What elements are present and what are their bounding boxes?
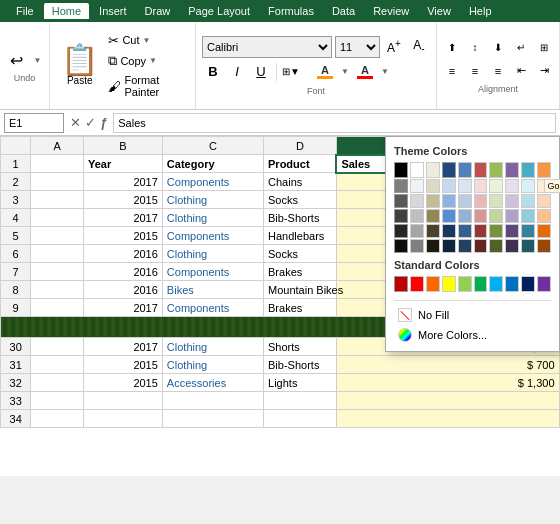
copy-button[interactable]: ⧉ Copy ▼ <box>105 52 191 70</box>
font-size-select[interactable]: 11 <box>335 36 380 58</box>
std-color-4[interactable] <box>442 276 456 292</box>
theme-color-5[interactable] <box>458 162 472 178</box>
shade-1-2[interactable] <box>410 179 424 193</box>
font-color-button[interactable]: A <box>351 61 379 83</box>
formula-input[interactable] <box>113 113 556 133</box>
indent-increase-button[interactable]: ⇥ <box>533 61 555 81</box>
cell-a1[interactable] <box>31 155 84 173</box>
clipboard-section: 📋 Paste ✂ Cut ▼ ⧉ Copy ▼ 🖌 Format Painte… <box>50 22 196 109</box>
row-num[interactable]: 1 <box>1 155 31 173</box>
std-color-3[interactable] <box>426 276 440 292</box>
ribbon-formulas[interactable]: Formulas <box>260 3 322 19</box>
align-bottom-button[interactable]: ⬇ <box>487 38 509 58</box>
theme-color-7[interactable] <box>489 162 503 178</box>
shade-1-7[interactable] <box>489 179 503 193</box>
col-header-d[interactable]: D <box>264 137 337 155</box>
row-num[interactable]: 31 <box>1 356 31 374</box>
col-header-a[interactable]: A <box>31 137 84 155</box>
wrap-text-button[interactable]: ↵ <box>510 38 532 58</box>
align-center-button[interactable]: ≡ <box>464 61 486 81</box>
row-num[interactable]: 5 <box>1 227 31 245</box>
cell-c1[interactable]: Category <box>162 155 263 173</box>
std-color-6[interactable] <box>474 276 488 292</box>
std-color-7[interactable] <box>489 276 503 292</box>
shade-1-5[interactable] <box>458 179 472 193</box>
std-color-10[interactable] <box>537 276 551 292</box>
ribbon-data[interactable]: Data <box>324 3 363 19</box>
col-header-c[interactable]: C <box>162 137 263 155</box>
underline-button[interactable]: U <box>250 61 272 83</box>
std-color-5[interactable] <box>458 276 472 292</box>
ribbon-help[interactable]: Help <box>461 3 500 19</box>
undo-dropdown[interactable]: ▼ <box>31 49 45 73</box>
theme-color-4[interactable] <box>442 162 456 178</box>
std-color-2[interactable] <box>410 276 424 292</box>
shade-1-4[interactable] <box>442 179 456 193</box>
shade-1-6[interactable] <box>474 179 488 193</box>
more-colors-option[interactable]: More Colors... <box>394 325 551 345</box>
ribbon-insert[interactable]: Insert <box>91 3 135 19</box>
paste-button[interactable]: 📋 Paste <box>54 26 105 105</box>
row-num[interactable]: 3 <box>1 191 31 209</box>
cell-d1[interactable]: Product <box>264 155 337 173</box>
ribbon-home[interactable]: Home <box>44 3 89 19</box>
theme-color-8[interactable] <box>505 162 519 178</box>
align-left-button[interactable]: ≡ <box>441 61 463 81</box>
row-num[interactable]: 30 <box>1 338 31 356</box>
align-right-button[interactable]: ≡ <box>487 61 509 81</box>
confirm-formula-icon[interactable]: ✓ <box>85 115 96 130</box>
cut-button[interactable]: ✂ Cut ▼ <box>105 32 191 49</box>
font-name-select[interactable]: Calibri <box>202 36 332 58</box>
row-num[interactable]: 33 <box>1 392 31 410</box>
ribbon-pagelayout[interactable]: Page Layout <box>180 3 258 19</box>
theme-color-10[interactable]: Gold, Acc <box>537 162 551 178</box>
row-num[interactable]: 4 <box>1 209 31 227</box>
cell-reference-input[interactable] <box>4 113 64 133</box>
std-color-9[interactable] <box>521 276 535 292</box>
theme-colors-title: Theme Colors <box>394 145 551 157</box>
fill-color-button[interactable]: A <box>311 61 339 83</box>
std-color-8[interactable] <box>505 276 519 292</box>
ribbon-review[interactable]: Review <box>365 3 417 19</box>
format-painter-button[interactable]: 🖌 Format Painter <box>105 73 191 99</box>
shade-1-3[interactable] <box>426 179 440 193</box>
row-num[interactable]: 32 <box>1 374 31 392</box>
theme-color-9[interactable] <box>521 162 535 178</box>
no-fill-option[interactable]: No Fill <box>394 305 551 325</box>
row-num[interactable]: 6 <box>1 245 31 263</box>
alignment-section: ⬆ ↕ ⬇ ↵ ⊞ ≡ ≡ ≡ ⇤ ⇥ Alignment <box>437 22 560 109</box>
ribbon-file[interactable]: File <box>8 3 42 19</box>
undo-button[interactable]: ↩ <box>5 49 29 73</box>
std-color-1[interactable] <box>394 276 408 292</box>
col-header-b[interactable]: B <box>83 137 162 155</box>
borders-button[interactable]: ⊞▼ <box>281 61 309 83</box>
shade-1-1[interactable] <box>394 179 408 193</box>
ribbon-draw[interactable]: Draw <box>137 3 179 19</box>
shade-1-8[interactable] <box>505 179 519 193</box>
insert-function-icon[interactable]: ƒ <box>100 115 107 130</box>
theme-color-2[interactable] <box>410 162 424 178</box>
shade-2-1[interactable] <box>394 194 408 208</box>
theme-color-6[interactable] <box>474 162 488 178</box>
merge-button[interactable]: ⊞ <box>533 38 555 58</box>
shade-1-9[interactable] <box>521 179 535 193</box>
bold-button[interactable]: B <box>202 61 224 83</box>
table-row: 33 <box>1 392 560 410</box>
theme-color-1[interactable] <box>394 162 408 178</box>
cell-b1[interactable]: Year <box>83 155 162 173</box>
row-num[interactable]: 9 <box>1 299 31 317</box>
alignment-section-label: Alignment <box>441 84 555 94</box>
row-num[interactable]: 34 <box>1 410 31 428</box>
align-middle-button[interactable]: ↕ <box>464 38 486 58</box>
ribbon-view[interactable]: View <box>419 3 459 19</box>
theme-color-3[interactable] <box>426 162 440 178</box>
italic-button[interactable]: I <box>226 61 248 83</box>
cancel-formula-icon[interactable]: ✕ <box>70 115 81 130</box>
align-top-button[interactable]: ⬆ <box>441 38 463 58</box>
increase-font-button[interactable]: A+ <box>383 36 405 58</box>
decrease-font-button[interactable]: A- <box>408 36 430 58</box>
row-num[interactable]: 8 <box>1 281 31 299</box>
indent-decrease-button[interactable]: ⇤ <box>510 61 532 81</box>
row-num[interactable]: 7 <box>1 263 31 281</box>
row-num[interactable]: 2 <box>1 173 31 191</box>
